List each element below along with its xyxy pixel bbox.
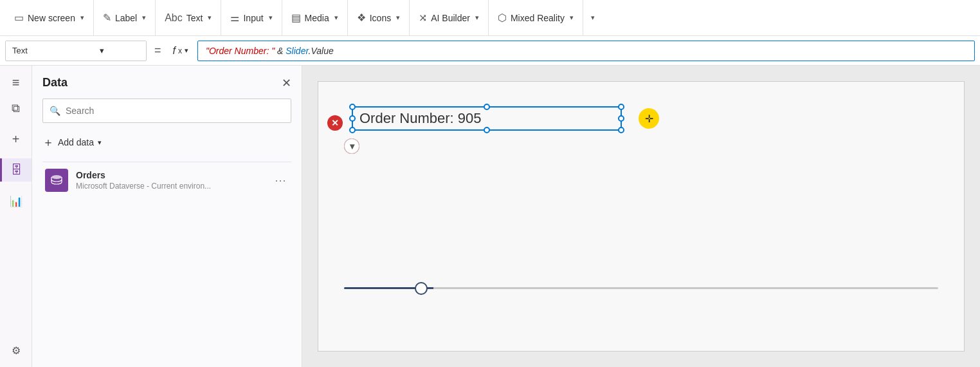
add-icon[interactable]: + <box>5 127 28 151</box>
media-label: Media <box>305 13 329 23</box>
add-data-button[interactable]: ＋ Add data ▾ <box>42 132 291 153</box>
layers-icon[interactable]: ⧉ <box>5 97 28 120</box>
label-button[interactable]: ✎ Label ▾ <box>94 0 156 35</box>
data-source-more-button[interactable]: ⋯ <box>272 171 289 190</box>
text-label: Text <box>186 13 203 23</box>
input-label: Input <box>243 13 263 23</box>
property-chevron: ▾ <box>100 46 140 55</box>
label-icon: ✎ <box>103 12 111 24</box>
input-chevron: ▾ <box>269 14 273 22</box>
data-source-icon <box>45 169 68 192</box>
data-panel-title: Data <box>42 76 68 89</box>
data-source-item[interactable]: Orders Microsoft Dataverse - Current env… <box>42 162 291 198</box>
data-panel: Data ✕ 🔍 ＋ Add data ▾ Orders Microsoft D… <box>32 66 302 367</box>
icons-chevron: ▾ <box>396 14 400 22</box>
media-button[interactable]: ▤ Media ▾ <box>282 0 348 35</box>
text-icon: Abc <box>165 12 183 24</box>
more-button[interactable]: ▾ <box>583 0 601 35</box>
fx-button[interactable]: fx ▾ <box>169 45 192 57</box>
add-data-plus-icon: ＋ <box>42 135 54 150</box>
settings-icon[interactable]: ⚙ <box>5 339 28 362</box>
canvas-slider[interactable] <box>344 287 938 289</box>
handle-top-left[interactable] <box>349 104 356 110</box>
ai-builder-button[interactable]: ⤨ AI Builder ▾ <box>410 0 489 35</box>
mixed-reality-chevron: ▾ <box>570 14 574 22</box>
new-screen-label: New screen <box>28 13 75 23</box>
svg-point-0 <box>51 175 62 179</box>
ai-builder-chevron: ▾ <box>475 14 479 22</box>
label-chevron: ▾ <box>142 14 146 22</box>
slider-chevron-button[interactable]: ▾ <box>344 138 359 154</box>
slider-thumb[interactable] <box>415 282 428 295</box>
more-chevron: ▾ <box>591 14 595 22</box>
database-icon[interactable]: 🗄 <box>0 158 32 182</box>
data-source-name: Orders <box>76 170 264 180</box>
mixed-reality-label: Mixed Reality <box>511 13 565 23</box>
property-select[interactable]: Text ▾ <box>5 41 147 61</box>
formula-display: "Order Number: " & Slider.Value <box>206 46 334 56</box>
sidebar-icons: ≡ ⧉ + 🗄 📊 ⚙ <box>0 66 32 367</box>
move-cursor-icon: ✛ <box>639 108 659 129</box>
text-element-delete-button[interactable]: ✕ <box>327 115 343 131</box>
search-input[interactable] <box>66 106 284 116</box>
main-content: ≡ ⧉ + 🗄 📊 ⚙ Data ✕ 🔍 ＋ Add data ▾ Orders <box>0 66 980 367</box>
handle-top-right[interactable] <box>618 104 624 110</box>
ai-builder-label: AI Builder <box>431 13 470 23</box>
slider-track <box>344 287 938 289</box>
input-icon: ⚌ <box>230 12 239 24</box>
add-data-chevron: ▾ <box>98 138 102 147</box>
icons-icon: ❖ <box>357 12 366 24</box>
data-panel-header: Data ✕ <box>42 76 291 89</box>
canvas-text-element[interactable]: Order Number: 905 ✛ <box>352 106 622 131</box>
canvas-text-value: Order Number: 905 <box>359 110 482 126</box>
formula-bar: Text ▾ = fx ▾ "Order Number: " & Slider.… <box>0 36 980 66</box>
media-icon: ▤ <box>291 12 301 24</box>
mixed-reality-button[interactable]: ⬡ Mixed Reality ▾ <box>489 0 583 35</box>
handle-top-center[interactable] <box>484 104 490 110</box>
text-button[interactable]: Abc Text ▾ <box>156 0 221 35</box>
label-label: Label <box>115 13 137 23</box>
chart-icon[interactable]: 📊 <box>5 189 28 212</box>
ai-builder-icon: ⤨ <box>419 12 427 24</box>
search-box: 🔍 <box>42 99 291 123</box>
mixed-reality-icon: ⬡ <box>498 12 507 24</box>
formula-input-container[interactable]: "Order Number: " & Slider.Value <box>197 41 975 61</box>
handle-middle-left[interactable] <box>349 115 356 122</box>
canvas-area: ✕ Order Number: 905 ✛ ✕ ▾ <box>302 66 980 367</box>
input-button[interactable]: ⚌ Input ▾ <box>221 0 282 35</box>
fx-label: f <box>173 45 176 57</box>
handle-bottom-left[interactable] <box>349 127 356 133</box>
handle-bottom-right[interactable] <box>618 127 624 133</box>
close-data-panel-button[interactable]: ✕ <box>282 77 291 89</box>
new-screen-chevron: ▾ <box>80 14 84 22</box>
canvas-surface: ✕ Order Number: 905 ✛ ✕ ▾ <box>318 81 965 352</box>
main-toolbar: ▭ New screen ▾ ✎ Label ▾ Abc Text ▾ ⚌ In… <box>0 0 980 36</box>
icons-label: Icons <box>370 13 391 23</box>
fx-chevron: ▾ <box>185 46 188 55</box>
property-value: Text <box>12 46 52 55</box>
add-data-label: Add data <box>58 137 94 147</box>
text-chevron: ▾ <box>208 14 212 22</box>
equals-sign: = <box>152 44 164 57</box>
new-screen-button[interactable]: ▭ New screen ▾ <box>5 0 94 35</box>
media-chevron: ▾ <box>334 14 338 22</box>
hamburger-menu-icon[interactable]: ≡ <box>5 71 28 94</box>
icons-button[interactable]: ❖ Icons ▾ <box>348 0 410 35</box>
handle-middle-right[interactable] <box>618 115 624 122</box>
handle-bottom-center[interactable] <box>484 127 490 133</box>
search-icon: 🔍 <box>50 106 60 116</box>
data-source-description: Microsoft Dataverse - Current environ... <box>76 182 264 191</box>
screen-icon: ▭ <box>14 12 24 24</box>
